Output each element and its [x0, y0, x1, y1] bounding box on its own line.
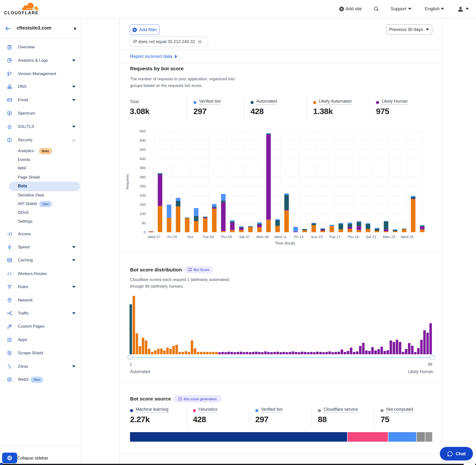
svg-text:Mon 23: Mon 23 [383, 235, 395, 239]
svg-text:Tue 17: Tue 17 [329, 235, 340, 239]
svg-text:Sat 21: Sat 21 [366, 235, 376, 239]
svg-text:Wed 25: Wed 25 [401, 235, 413, 239]
svg-text:Time (local): Time (local) [275, 241, 295, 245]
svg-text:Thu 05: Thu 05 [221, 235, 232, 239]
svg-text:400: 400 [139, 157, 146, 161]
svg-text:250: 250 [139, 184, 146, 188]
svg-text:Wed 11: Wed 11 [275, 235, 287, 239]
svg-text:Oct: Oct [187, 235, 193, 239]
svg-text:Mon 09: Mon 09 [256, 235, 269, 239]
svg-text:Fri 13: Fri 13 [294, 235, 304, 239]
svg-text:Tue 03: Tue 03 [203, 235, 214, 239]
svg-text:Thu 19: Thu 19 [347, 235, 359, 239]
svg-text:Fri 29: Fri 29 [167, 235, 177, 239]
svg-text:50: 50 [142, 221, 146, 225]
svg-text:100: 100 [139, 212, 146, 216]
svg-text:Requests: Requests [125, 174, 129, 190]
svg-text:Sat 07: Sat 07 [239, 235, 250, 239]
svg-text:300: 300 [139, 175, 146, 179]
svg-text:Sun 15: Sun 15 [311, 235, 323, 239]
svg-text:Wed 27: Wed 27 [148, 235, 160, 239]
svg-text:0: 0 [144, 230, 146, 234]
svg-text:200: 200 [139, 193, 146, 197]
svg-text:550: 550 [139, 129, 146, 133]
svg-text:150: 150 [139, 202, 146, 206]
svg-text:350: 350 [139, 166, 146, 170]
svg-text:500: 500 [139, 138, 146, 142]
svg-text:450: 450 [139, 147, 146, 151]
